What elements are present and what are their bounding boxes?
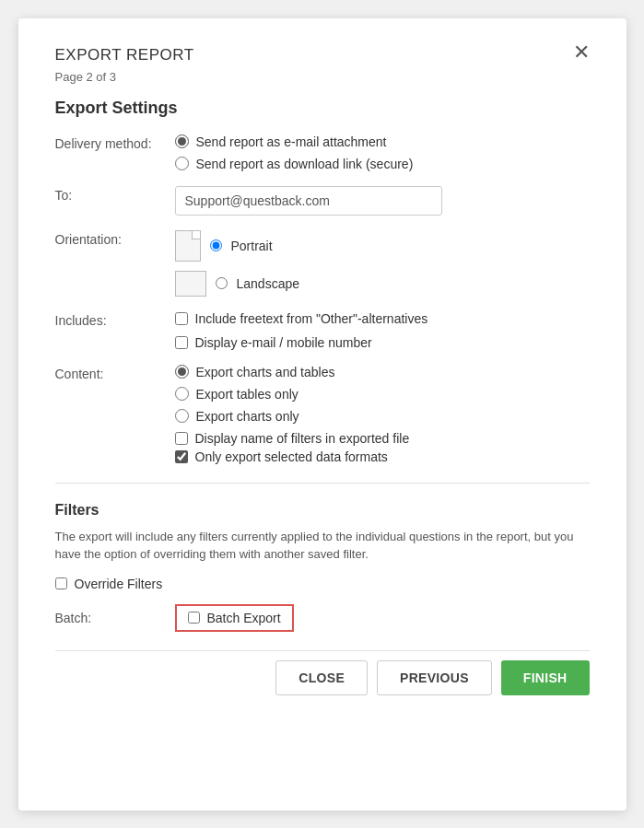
delivery-email-radio[interactable]	[175, 134, 189, 148]
delivery-download-option[interactable]: Send report as download link (secure)	[175, 157, 590, 171]
content-radio-group: Export charts and tables Export tables o…	[175, 365, 590, 446]
modal-title: EXPORT REPORT	[55, 46, 194, 64]
content-display-filters-label: Display name of filters in exported file	[195, 431, 410, 446]
previous-button[interactable]: PREVIOUS	[377, 660, 492, 695]
delivery-radio-group: Send report as e-mail attachment Send re…	[175, 134, 590, 171]
content-display-filters-checkbox[interactable]	[175, 432, 188, 445]
content-charts-tables-option[interactable]: Export charts and tables	[175, 365, 590, 379]
batch-export-label: Batch Export	[207, 611, 281, 625]
batch-export-checkbox[interactable]	[188, 612, 200, 624]
orientation-landscape-radio[interactable]	[216, 277, 228, 289]
to-row: To:	[55, 186, 590, 216]
includes-row: Includes: Include freetext from "Other"-…	[55, 311, 590, 350]
delivery-method-row: Delivery method: Send report as e-mail a…	[55, 134, 590, 171]
delivery-email-option[interactable]: Send report as e-mail attachment	[175, 134, 590, 149]
landscape-page-icon	[175, 271, 206, 297]
orientation-label: Orientation:	[55, 230, 175, 247]
override-filters-row[interactable]: Override Filters	[55, 577, 590, 591]
section-divider	[55, 483, 590, 484]
finish-button[interactable]: FINISH	[501, 660, 590, 695]
orientation-row: Orientation: Portrait Landscape	[55, 230, 590, 297]
content-charts-tables-radio[interactable]	[175, 365, 189, 379]
includes-email-mobile-option[interactable]: Display e-mail / mobile number	[175, 335, 590, 350]
override-filters-checkbox[interactable]	[55, 577, 67, 589]
to-content	[175, 186, 590, 216]
content-charts-only-option[interactable]: Export charts only	[175, 409, 590, 424]
content-content: Export charts and tables Export tables o…	[175, 365, 590, 464]
delivery-download-label: Send report as download link (secure)	[196, 157, 414, 171]
orientation-portrait-label: Portrait	[231, 239, 273, 253]
orientation-content: Portrait Landscape	[175, 230, 590, 297]
override-filters-label: Override Filters	[75, 577, 163, 591]
content-tables-only-option[interactable]: Export tables only	[175, 387, 590, 402]
only-export-label: Only export selected data formats	[195, 449, 388, 464]
export-settings-title: Export Settings	[55, 99, 590, 118]
filters-title: Filters	[55, 502, 590, 519]
to-label: To:	[55, 186, 175, 203]
content-tables-only-radio[interactable]	[175, 387, 189, 401]
content-tables-only-label: Export tables only	[196, 387, 299, 402]
batch-row: Batch: Batch Export	[55, 604, 590, 632]
orientation-landscape-option[interactable]: Landscape	[175, 271, 590, 297]
export-report-modal: EXPORT REPORT ✕ Page 2 of 3 Export Setti…	[18, 18, 626, 811]
only-export-option[interactable]: Only export selected data formats	[175, 449, 388, 464]
orientation-landscape-label: Landscape	[237, 276, 300, 291]
batch-label: Batch:	[55, 611, 175, 625]
includes-freetext-option[interactable]: Include freetext from "Other"-alternativ…	[175, 311, 590, 326]
content-charts-tables-label: Export charts and tables	[196, 365, 335, 379]
close-icon-button[interactable]: ✕	[573, 42, 590, 63]
includes-freetext-label: Include freetext from "Other"-alternativ…	[195, 311, 428, 326]
content-charts-only-radio[interactable]	[175, 409, 189, 423]
delivery-email-label: Send report as e-mail attachment	[196, 134, 387, 149]
batch-export-box: Batch Export	[175, 604, 294, 632]
content-label: Content:	[55, 365, 175, 381]
orientation-group: Portrait Landscape	[175, 230, 590, 297]
content-display-filters-option[interactable]: Display name of filters in exported file	[175, 431, 590, 446]
includes-email-mobile-label: Display e-mail / mobile number	[195, 335, 372, 350]
delivery-method-options: Send report as e-mail attachment Send re…	[175, 134, 590, 171]
only-export-row: Only export selected data formats	[175, 449, 590, 464]
content-row: Content: Export charts and tables Export…	[55, 365, 590, 464]
delivery-download-radio[interactable]	[175, 157, 189, 170]
only-export-checkbox[interactable]	[175, 450, 188, 463]
includes-email-mobile-checkbox[interactable]	[175, 336, 188, 349]
includes-label: Includes:	[55, 311, 175, 328]
close-button[interactable]: CLOSE	[275, 660, 368, 695]
modal-header: EXPORT REPORT ✕	[55, 46, 590, 64]
content-charts-only-label: Export charts only	[196, 409, 299, 424]
footer-buttons: CLOSE PREVIOUS FINISH	[55, 650, 590, 695]
page-indicator: Page 2 of 3	[55, 70, 590, 84]
to-email-input[interactable]	[175, 186, 442, 216]
orientation-portrait-radio[interactable]	[210, 239, 222, 251]
includes-content: Include freetext from "Other"-alternativ…	[175, 311, 590, 350]
includes-freetext-checkbox[interactable]	[175, 312, 188, 325]
orientation-portrait-option[interactable]: Portrait	[175, 230, 590, 262]
includes-checkbox-group: Include freetext from "Other"-alternativ…	[175, 311, 590, 350]
filters-description: The export will include any filters curr…	[55, 528, 590, 564]
delivery-method-label: Delivery method:	[55, 134, 175, 151]
portrait-page-icon	[175, 230, 201, 262]
